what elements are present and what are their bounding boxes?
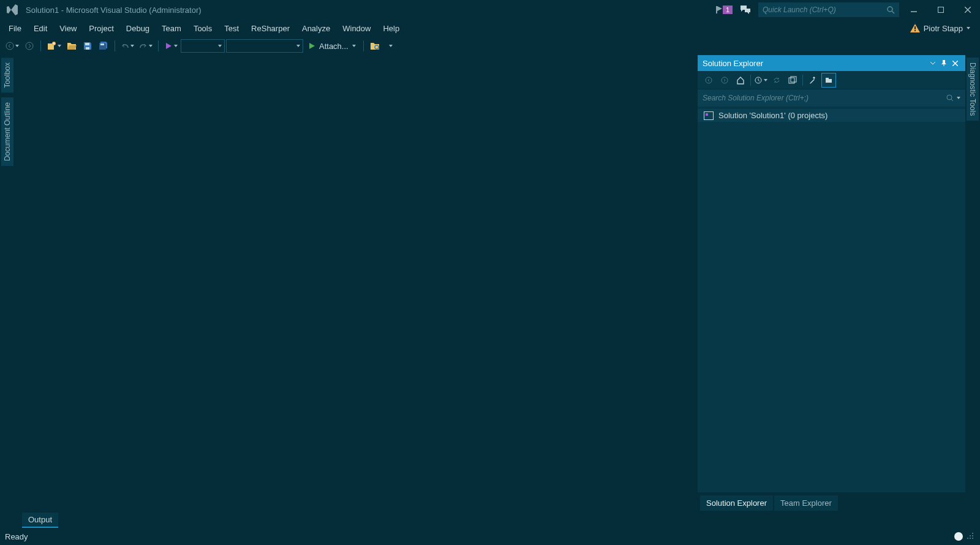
window-title: Solution1 - Microsoft Visual Studio (Adm…: [26, 6, 202, 15]
sol-properties-button[interactable]: [805, 73, 820, 88]
svg-point-31: [970, 538, 971, 539]
start-debug-button[interactable]: [162, 39, 179, 53]
chevron-down-icon: [130, 45, 134, 47]
pin-button[interactable]: [938, 58, 949, 69]
menu-debug[interactable]: Debug: [120, 21, 156, 36]
save-button[interactable]: [80, 39, 95, 53]
sol-forward-button[interactable]: [717, 73, 732, 88]
svg-point-20: [706, 77, 712, 83]
svg-rect-7: [914, 30, 916, 31]
svg-rect-12: [85, 43, 89, 45]
close-panel-button[interactable]: [949, 58, 960, 69]
toolbar-separator: [115, 40, 115, 51]
solution-icon: [704, 111, 714, 120]
menu-window[interactable]: Window: [336, 21, 377, 36]
chevron-down-icon: [218, 45, 222, 47]
menu-edit[interactable]: Edit: [28, 21, 53, 36]
svg-rect-26: [826, 78, 829, 79]
body: Toolbox Document Outline Solution Explor…: [0, 55, 980, 511]
menu-tools[interactable]: Tools: [187, 21, 218, 36]
quick-launch[interactable]: [758, 2, 899, 17]
redo-button[interactable]: [137, 39, 154, 53]
new-project-button[interactable]: [45, 39, 63, 53]
diagnostic-tools-tab[interactable]: Diagnostic Tools: [967, 58, 979, 121]
solution-explorer-title: Solution Explorer: [703, 59, 927, 68]
minimize-button[interactable]: [902, 2, 926, 18]
sol-collapse-all-button[interactable]: [785, 73, 800, 88]
sol-pending-changes-button[interactable]: [753, 73, 768, 88]
feedback-icon[interactable]: [740, 5, 751, 15]
open-file-button[interactable]: [64, 39, 79, 53]
solution-platform-combo[interactable]: [226, 39, 303, 53]
tab-solution-explorer[interactable]: Solution Explorer: [700, 495, 773, 511]
search-icon: [946, 94, 954, 102]
output-tab[interactable]: Output: [22, 513, 58, 528]
app-window: Solution1 - Microsoft Visual Studio (Adm…: [0, 0, 980, 545]
close-button[interactable]: [956, 2, 980, 18]
menu-view[interactable]: View: [53, 21, 83, 36]
chevron-down-icon: [149, 45, 153, 47]
titlebar-right: 1: [714, 2, 980, 18]
attach-process-button[interactable]: Attach...: [304, 42, 360, 51]
solution-explorer-search-input[interactable]: [703, 94, 946, 102]
user-name: Piotr Stapp: [924, 24, 963, 33]
solution-explorer-titlebar[interactable]: Solution Explorer: [698, 55, 965, 71]
svg-point-30: [972, 535, 973, 536]
svg-point-34: [967, 538, 968, 539]
sol-show-all-files-button[interactable]: [821, 73, 836, 88]
window-position-button[interactable]: [927, 58, 938, 69]
menu-team[interactable]: Team: [156, 21, 187, 36]
menu-test[interactable]: Test: [218, 21, 245, 36]
right-dock-tabs: Solution Explorer Team Explorer: [698, 492, 965, 511]
svg-point-29: [972, 538, 973, 539]
menu-file[interactable]: File: [2, 21, 28, 36]
chevron-down-icon: [58, 45, 61, 47]
menubar: File Edit View Project Debug Team Tools …: [0, 20, 980, 37]
chevron-down-icon: [967, 27, 970, 29]
tab-team-explorer[interactable]: Team Explorer: [774, 495, 838, 511]
save-all-button[interactable]: [96, 39, 111, 53]
find-in-files-button[interactable]: [368, 39, 382, 53]
sol-sync-button[interactable]: [769, 73, 784, 88]
svg-rect-24: [791, 77, 796, 82]
nav-forward-button[interactable]: [22, 39, 37, 53]
sol-back-button[interactable]: [701, 73, 716, 88]
toolbar-separator: [750, 75, 751, 86]
attach-label: Attach...: [319, 42, 349, 51]
status-indicator-icon: [954, 532, 963, 541]
toolbox-tab[interactable]: Toolbox: [1, 58, 13, 92]
svg-rect-14: [100, 43, 104, 45]
document-outline-tab[interactable]: Document Outline: [1, 97, 13, 166]
menu-project[interactable]: Project: [83, 21, 119, 36]
chevron-down-icon: [957, 97, 960, 99]
menu-help[interactable]: Help: [377, 21, 405, 36]
toolbar-separator: [40, 40, 41, 51]
solution-explorer-toolbar: [698, 71, 965, 89]
solution-root-node[interactable]: Solution 'Solution1' (0 projects): [698, 109, 965, 122]
notification-flag[interactable]: 1: [714, 5, 733, 15]
menu-analyze[interactable]: Analyze: [296, 21, 336, 36]
sol-home-button[interactable]: [733, 73, 748, 88]
user-menu[interactable]: Piotr Stapp: [903, 24, 978, 33]
titlebar: Solution1 - Microsoft Visual Studio (Adm…: [0, 0, 980, 20]
menu-resharper[interactable]: ReSharper: [245, 21, 296, 36]
solution-explorer-panel: Solution Explorer: [697, 55, 965, 511]
solution-explorer-search[interactable]: [698, 89, 965, 107]
resize-grip-icon[interactable]: [967, 532, 975, 541]
nav-back-button[interactable]: [4, 39, 21, 53]
solution-root-label: Solution 'Solution1' (0 projects): [718, 111, 827, 120]
svg-rect-25: [826, 79, 832, 83]
svg-rect-3: [938, 7, 944, 13]
svg-point-27: [947, 95, 952, 100]
chevron-down-icon: [296, 45, 300, 47]
toolbar-overflow-button[interactable]: [383, 39, 398, 53]
svg-line-28: [951, 99, 953, 101]
solution-tree: Solution 'Solution1' (0 projects): [698, 107, 965, 492]
editor-area: [15, 55, 697, 511]
undo-button[interactable]: [119, 39, 136, 53]
maximize-button[interactable]: [929, 2, 953, 18]
left-dock: Toolbox Document Outline: [0, 55, 15, 511]
quick-launch-input[interactable]: [763, 6, 886, 14]
svg-rect-23: [789, 78, 794, 83]
solution-config-combo[interactable]: [181, 39, 225, 53]
